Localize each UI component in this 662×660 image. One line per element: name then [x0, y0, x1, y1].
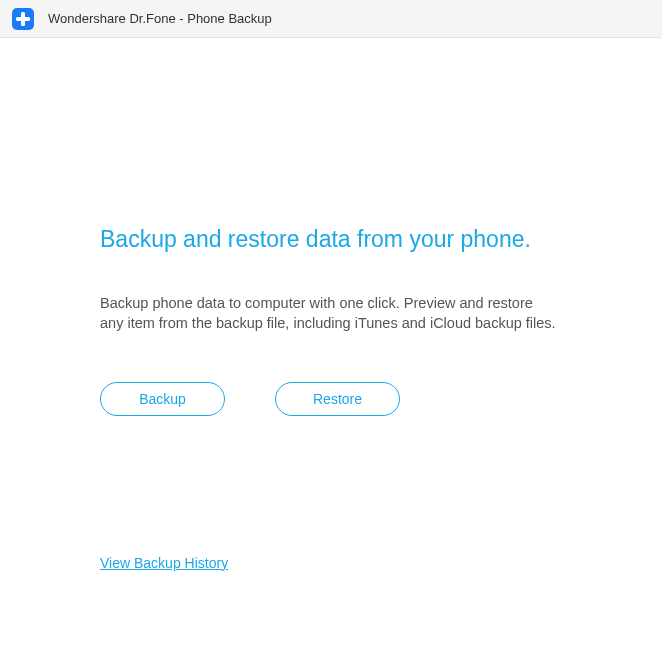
restore-button[interactable]: Restore: [275, 382, 400, 416]
app-icon: [12, 8, 34, 30]
view-backup-history-link[interactable]: View Backup History: [100, 555, 228, 571]
main-content: Backup and restore data from your phone.…: [0, 38, 662, 572]
window-title: Wondershare Dr.Fone - Phone Backup: [48, 11, 272, 26]
page-description: Backup phone data to computer with one c…: [100, 293, 560, 334]
button-row: Backup Restore: [100, 382, 562, 416]
backup-button[interactable]: Backup: [100, 382, 225, 416]
page-headline: Backup and restore data from your phone.: [100, 226, 562, 253]
title-bar: Wondershare Dr.Fone - Phone Backup: [0, 0, 662, 38]
plus-cross-icon: [15, 11, 31, 27]
svg-rect-1: [16, 17, 30, 21]
